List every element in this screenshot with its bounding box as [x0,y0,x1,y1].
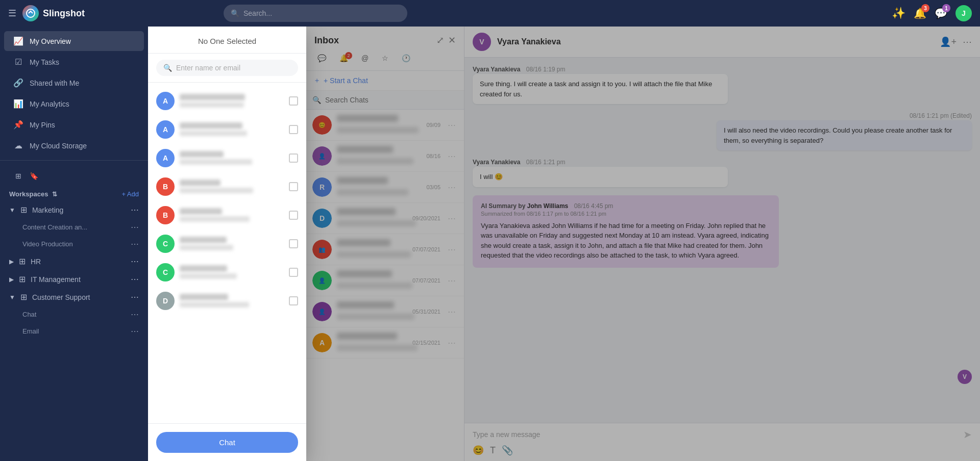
sub-more-email[interactable]: ⋯ [131,326,139,336]
sidebar-item-my-analytics[interactable]: 📊 My Analytics [4,94,144,114]
workspace-item-hr[interactable]: ▶ ⊞ HR ⋯ [0,252,148,270]
contact-checkbox[interactable] [289,96,298,106]
sub-label-chat: Chat [22,311,36,318]
dialog-overlay: No One Selected 🔍 A A [148,27,980,461]
sidebar-label-shared-with-me: Shared with Me [30,79,79,87]
sidebar: 📈 My Overview ☑ My Tasks 🔗 Shared with M… [0,27,148,461]
contact-name [180,208,284,216]
dialog-header: No One Selected [148,27,306,54]
expand-icon-hr: ▶ [9,258,14,265]
search-input[interactable] [243,9,400,17]
sidebar-label-my-tasks: My Tasks [30,58,59,66]
logo-icon [22,5,39,21]
workspace-more-it[interactable]: ⋯ [131,274,139,284]
notifications-btn[interactable]: 🔔 3 [914,7,926,19]
contact-avatar: A [156,92,175,110]
add-workspace-btn[interactable]: + Add [121,190,139,198]
contact-checkbox[interactable] [289,268,298,277]
contact-avatar: A [156,120,175,139]
contact-email [180,302,284,309]
sort-icon[interactable]: ⇅ [52,191,57,198]
sidebar-item-shared-with-me[interactable]: 🔗 Shared with Me [4,73,144,93]
search-icon: 🔍 [231,9,239,17]
workspace-label-marketing: Marketing [32,206,63,214]
chat-button[interactable]: Chat [156,432,298,453]
magic-icon-btn[interactable]: ✨ [892,7,905,20]
workspace-label-hr: HR [31,258,41,266]
contact-name [180,151,284,159]
hamburger-icon[interactable]: ☰ [8,8,16,19]
new-chat-dialog: No One Selected 🔍 A A [148,27,306,461]
dialog-search-inner: 🔍 [156,60,298,76]
sub-more-chat[interactable]: ⋯ [131,310,139,319]
contact-item[interactable]: A [148,144,306,172]
contact-email [180,216,284,223]
sidebar-item-my-overview[interactable]: 📈 My Overview [4,31,144,51]
workspace-more-hr[interactable]: ⋯ [131,257,139,266]
contact-checkbox[interactable] [289,125,298,134]
contact-info [180,122,284,137]
contact-item[interactable]: A [148,87,306,115]
user-avatar[interactable]: J [955,5,972,21]
contact-checkbox[interactable] [289,239,298,248]
expand-icon: ▼ [9,207,15,214]
workspace-item-customer-support[interactable]: ▼ ⊞ Customer Support ⋯ [0,288,148,306]
contact-name [180,294,284,302]
sub-item-video-production[interactable]: Video Production ⋯ [0,236,148,252]
sidebar-label-my-analytics: My Analytics [30,100,69,108]
workspace-more-cs[interactable]: ⋯ [131,292,139,302]
header-right: ✨ 🔔 3 💬 1 J [892,5,972,21]
logo-area: Slingshot [22,5,85,21]
contact-name [180,237,284,245]
contact-email [180,102,284,109]
contact-info [180,265,284,280]
sub-item-chat[interactable]: Chat ⋯ [0,306,148,323]
contact-avatar: C [156,235,175,253]
sidebar-item-my-tasks[interactable]: ☑ My Tasks [4,52,144,72]
dialog-title: No One Selected [198,37,256,45]
sidebar-label-my-overview: My Overview [30,37,71,45]
contact-item[interactable]: A [148,115,306,144]
workspace-label-it-management: IT Management [31,275,81,284]
workspace-more-marketing[interactable]: ⋯ [131,205,139,215]
contact-name [180,265,284,273]
cs-layers-icon: ⊞ [20,292,27,302]
contact-item[interactable]: D [148,287,306,315]
contact-item[interactable]: C [148,258,306,287]
contact-avatar: A [156,149,175,167]
expand-icon-it: ▶ [9,276,14,283]
sub-more-video-production[interactable]: ⋯ [131,239,139,249]
sub-item-email[interactable]: Email ⋯ [0,323,148,340]
dialog-footer: Chat [148,423,306,461]
content-area: No One Selected 🔍 A A [148,27,980,461]
contact-item[interactable]: B [148,201,306,229]
contact-email [180,131,284,137]
it-layers-icon: ⊞ [19,274,26,284]
workspace-item-it-management[interactable]: ▶ ⊞ IT Management ⋯ [0,270,148,288]
contact-checkbox[interactable] [289,153,298,163]
contact-email [180,245,284,251]
contact-item[interactable]: C [148,229,306,258]
sub-label-content-creation: Content Creation an... [22,223,87,231]
messages-btn[interactable]: 💬 1 [935,7,947,19]
sub-more-content-creation[interactable]: ⋯ [131,222,139,232]
sub-item-content-creation[interactable]: Content Creation an... ⋯ [0,219,148,236]
contact-checkbox[interactable] [289,211,298,220]
messages-badge: 1 [942,4,950,12]
contact-checkbox[interactable] [289,296,298,305]
contact-info [180,151,284,166]
dialog-search-input[interactable] [176,64,291,72]
contact-checkbox[interactable] [289,182,298,191]
hr-layers-icon: ⊞ [19,257,26,266]
contact-info [180,294,284,309]
bookmark-icon-btn[interactable]: 🔖 [28,170,40,182]
contact-item[interactable]: B [148,172,306,201]
sidebar-item-my-cloud-storage[interactable]: ☁ My Cloud Storage [4,136,144,156]
expand-icon-cs: ▼ [9,294,15,301]
sidebar-item-my-pins[interactable]: 📌 My Pins [4,115,144,135]
layers-icon-btn[interactable]: ⊞ [13,170,23,182]
workspace-item-marketing[interactable]: ▼ ⊞ Marketing ⋯ [0,201,148,219]
global-search[interactable]: 🔍 [224,5,407,22]
contacts-list: A A A [148,83,306,423]
contact-name [180,180,284,188]
